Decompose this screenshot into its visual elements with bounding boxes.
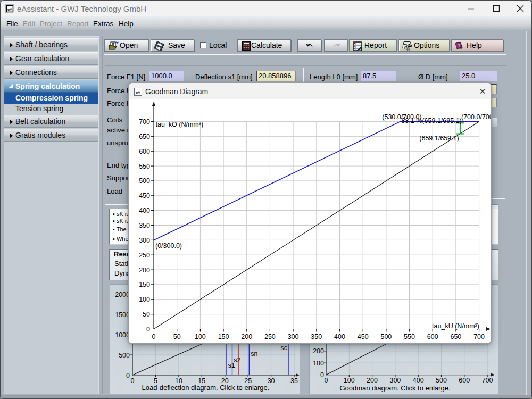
svg-text:50: 50 [143, 311, 150, 318]
svg-text:0: 0 [131, 377, 135, 385]
svg-text:(0/300.0): (0/300.0) [155, 242, 182, 250]
svg-text:100: 100 [195, 333, 206, 340]
svg-text:200: 200 [367, 377, 378, 384]
svg-text:700: 700 [139, 118, 150, 126]
svg-text:200: 200 [241, 333, 252, 340]
svg-text:1000: 1000 [115, 331, 130, 339]
svg-text:350: 350 [311, 333, 322, 340]
svg-text:0: 0 [325, 377, 328, 384]
svg-text:0: 0 [320, 371, 324, 379]
svg-text:550: 550 [139, 163, 150, 170]
svg-text:300: 300 [139, 237, 150, 244]
svg-text:350: 350 [139, 222, 150, 229]
svg-text:300: 300 [389, 377, 401, 384]
svg-text:(700.0/700.0): (700.0/700.0) [461, 113, 492, 121]
svg-text:250: 250 [264, 333, 276, 340]
svg-text:200: 200 [139, 267, 150, 274]
svg-text:600: 600 [139, 148, 150, 155]
svg-text:2000: 2000 [115, 291, 130, 298]
svg-text:tau_kO (N/mm²): tau_kO (N/mm²) [156, 121, 204, 128]
svg-text:700: 700 [482, 377, 493, 384]
svg-text:sc: sc [280, 344, 287, 352]
svg-text:eA: eA [7, 7, 12, 12]
svg-text:500: 500 [436, 377, 447, 384]
svg-text:eA: eA [136, 90, 140, 94]
svg-text:sn: sn [251, 350, 257, 358]
svg-text:500: 500 [380, 333, 392, 340]
svg-text:550: 550 [404, 333, 415, 340]
svg-text:100: 100 [313, 360, 324, 367]
svg-text:650: 650 [139, 133, 150, 140]
svg-text:500: 500 [119, 352, 130, 359]
svg-text:600: 600 [427, 333, 438, 340]
svg-text:250: 250 [139, 252, 150, 259]
svg-text:150: 150 [139, 281, 150, 288]
svg-text:35: 35 [290, 377, 298, 385]
svg-text:600: 600 [459, 377, 470, 384]
svg-text:650: 650 [450, 333, 461, 340]
svg-text:300: 300 [288, 333, 299, 340]
svg-text:450: 450 [358, 333, 369, 340]
svg-text:0: 0 [146, 326, 150, 333]
svg-text:s2: s2 [234, 356, 240, 364]
svg-text:88.1 %(659.1/695.1): 88.1 %(659.1/695.1) [402, 117, 462, 124]
svg-text:700: 700 [473, 333, 485, 340]
svg-text:Load-deflection diagram. Click: Load-deflection diagram. Click to enlarg… [142, 384, 270, 392]
svg-text:400: 400 [413, 377, 424, 384]
svg-text:500: 500 [139, 177, 150, 185]
svg-text:Goodman diagram. Click to enla: Goodman diagram. Click to enlarge. [339, 384, 450, 392]
svg-text:(659.1/659.1): (659.1/659.1) [419, 135, 459, 142]
svg-text:0: 0 [152, 333, 156, 340]
svg-text:0: 0 [126, 372, 130, 379]
svg-text:100: 100 [139, 296, 150, 303]
svg-text:450: 450 [139, 192, 150, 200]
svg-text:150: 150 [218, 333, 229, 340]
svg-text:100: 100 [344, 377, 355, 384]
svg-text:400: 400 [139, 207, 150, 214]
svg-text:400: 400 [334, 333, 345, 340]
svg-text:tau_kU (N/mm²): tau_kU (N/mm²) [432, 322, 479, 330]
svg-text:50: 50 [173, 333, 181, 340]
svg-text:1500: 1500 [115, 311, 130, 319]
svg-text:200: 200 [313, 347, 324, 355]
